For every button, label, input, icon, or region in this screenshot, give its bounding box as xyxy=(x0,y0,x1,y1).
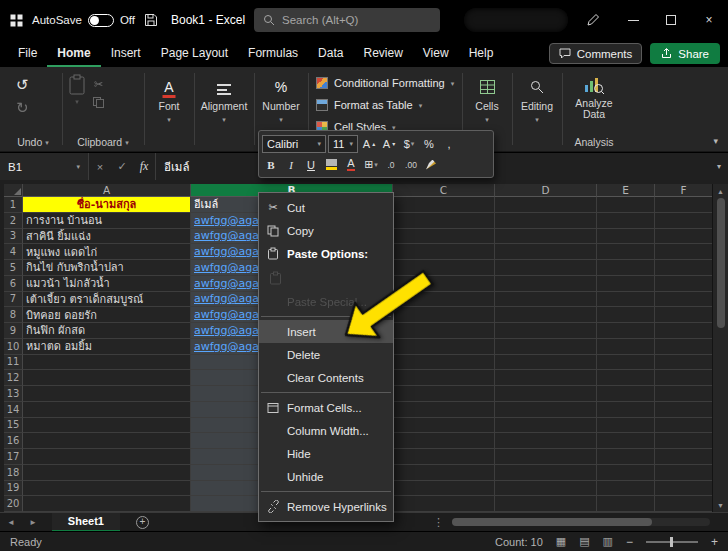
share-button[interactable]: Share xyxy=(650,43,720,64)
menu-tab-formulas[interactable]: Formulas xyxy=(238,40,308,67)
menu-tab-file[interactable]: File xyxy=(8,40,47,67)
cell-E20[interactable] xyxy=(597,496,655,512)
ribbon-collapse-chevron[interactable]: ▾ xyxy=(713,136,718,146)
cell-A5[interactable]: กินไข่ กับพริกน้ำปลา xyxy=(23,260,191,276)
editing-group-button[interactable]: Editing ▾ xyxy=(514,67,560,152)
font-group-button[interactable]: A Font ▾ xyxy=(146,67,192,152)
cell-E16[interactable] xyxy=(597,433,655,449)
cell-F16[interactable] xyxy=(655,433,712,449)
cell-E1[interactable] xyxy=(597,197,655,213)
row-header-5[interactable]: 5 xyxy=(4,260,23,276)
cell-F12[interactable] xyxy=(655,370,712,386)
cell-A7[interactable]: เต้าเจี้ยว ตราเด็กสมบูรณ์ xyxy=(23,292,191,308)
cell-D7[interactable] xyxy=(495,292,597,308)
cell-F17[interactable] xyxy=(655,449,712,465)
row-header-2[interactable]: 2 xyxy=(4,213,23,229)
cell-A6[interactable]: แมวน้า ไม่กลัวน้ำ xyxy=(23,276,191,292)
menu-tab-home[interactable]: Home xyxy=(47,40,100,67)
cell-F4[interactable] xyxy=(655,244,712,260)
cell-F3[interactable] xyxy=(655,229,712,245)
context-menu-item-copy[interactable]: Copy xyxy=(259,219,393,242)
menu-tab-data[interactable]: Data xyxy=(308,40,353,67)
cell-A12[interactable] xyxy=(23,370,191,386)
vertical-scrollbar-thumb[interactable] xyxy=(717,198,725,328)
menu-tab-view[interactable]: View xyxy=(413,40,459,67)
insert-function-icon[interactable]: fx xyxy=(133,153,155,180)
cell-D15[interactable] xyxy=(495,418,597,434)
scroll-down-icon[interactable]: ▼ xyxy=(717,498,724,512)
cell-D9[interactable] xyxy=(495,323,597,339)
context-menu-item-paste-button[interactable] xyxy=(259,265,393,290)
clipboard-group-label[interactable]: Clipboard▾ xyxy=(64,136,142,148)
sheet-tab-sheet1[interactable]: Sheet1 xyxy=(52,513,120,532)
cell-D20[interactable] xyxy=(495,496,597,512)
cell-D14[interactable] xyxy=(495,402,597,418)
alignment-group-button[interactable]: Alignment ▾ xyxy=(196,67,252,152)
font-color-icon[interactable]: A xyxy=(342,156,360,174)
cell-A8[interactable]: บิทคอย ดอยรัก xyxy=(23,307,191,323)
row-header-4[interactable]: 4 xyxy=(4,244,23,260)
vertical-scrollbar[interactable]: ▲ ▼ xyxy=(712,184,728,512)
cell-E11[interactable] xyxy=(597,355,655,371)
row-header-12[interactable]: 12 xyxy=(4,370,23,386)
cell-D12[interactable] xyxy=(495,370,597,386)
cell-A18[interactable] xyxy=(23,465,191,481)
cell-A11[interactable] xyxy=(23,355,191,371)
context-menu-item-column-width[interactable]: Column Width... xyxy=(259,419,393,442)
cell-D3[interactable] xyxy=(495,229,597,245)
cell-E3[interactable] xyxy=(597,229,655,245)
redo-icon[interactable]: ↻ xyxy=(16,99,29,116)
format-as-table-button[interactable]: Format as Table ▾ xyxy=(310,94,460,116)
context-menu-item-clear-contents[interactable]: Clear Contents xyxy=(259,366,393,389)
horizontal-scrollbar[interactable] xyxy=(452,518,710,526)
row-header-20[interactable]: 20 xyxy=(4,496,23,512)
comments-button[interactable]: Comments xyxy=(549,43,643,64)
cell-C16[interactable] xyxy=(393,433,495,449)
row-header-8[interactable]: 8 xyxy=(4,307,23,323)
scroll-up-icon[interactable]: ▲ xyxy=(717,184,724,198)
column-header-D[interactable]: D xyxy=(495,184,597,197)
font-size-select[interactable]: 11▾ xyxy=(328,135,358,153)
accounting-format-icon[interactable]: $▾ xyxy=(400,135,418,153)
column-header-A[interactable]: A xyxy=(23,184,191,197)
cell-E10[interactable] xyxy=(597,339,655,355)
cell-A3[interactable]: สาคินี ยิ้มแฉ่ง xyxy=(23,229,191,245)
close-button[interactable]: × xyxy=(690,0,728,40)
cell-D11[interactable] xyxy=(495,355,597,371)
cell-E13[interactable] xyxy=(597,386,655,402)
cell-D2[interactable] xyxy=(495,213,597,229)
context-menu-item-paste-options[interactable]: Paste Options: xyxy=(259,242,393,265)
row-header-9[interactable]: 9 xyxy=(4,323,23,339)
cell-C1[interactable] xyxy=(393,197,495,213)
column-header-E[interactable]: E xyxy=(597,184,655,197)
cell-D17[interactable] xyxy=(495,449,597,465)
copy-icon[interactable] xyxy=(93,97,104,108)
row-header-13[interactable]: 13 xyxy=(4,386,23,402)
cell-F14[interactable] xyxy=(655,402,712,418)
cell-F5[interactable] xyxy=(655,260,712,276)
cell-C14[interactable] xyxy=(393,402,495,418)
row-header-18[interactable]: 18 xyxy=(4,465,23,481)
cell-C15[interactable] xyxy=(393,418,495,434)
underline-icon[interactable]: U xyxy=(302,156,320,174)
cell-C2[interactable] xyxy=(393,213,495,229)
cell-E8[interactable] xyxy=(597,307,655,323)
zoom-out-button[interactable]: − xyxy=(626,535,633,549)
paste-button[interactable]: ▾ xyxy=(68,74,86,112)
cell-C19[interactable] xyxy=(393,481,495,497)
cell-E15[interactable] xyxy=(597,418,655,434)
context-menu-item-cut[interactable]: ✂Cut xyxy=(259,196,393,219)
horizontal-scrollbar-thumb[interactable] xyxy=(452,518,652,526)
menu-tab-help[interactable]: Help xyxy=(459,40,504,67)
cell-D6[interactable] xyxy=(495,276,597,292)
context-menu-item-unhide[interactable]: Unhide xyxy=(259,465,393,488)
row-header-10[interactable]: 10 xyxy=(4,339,23,355)
analyze-data-button[interactable]: Analyze Data Analysis xyxy=(566,67,622,152)
cell-E2[interactable] xyxy=(597,213,655,229)
cell-C20[interactable] xyxy=(393,496,495,512)
row-header-14[interactable]: 14 xyxy=(4,402,23,418)
decrease-font-size-icon[interactable]: A▾ xyxy=(380,135,398,153)
cell-C4[interactable] xyxy=(393,244,495,260)
cell-A16[interactable] xyxy=(23,433,191,449)
context-menu-item-remove-hyperlinks[interactable]: Remove Hyperlinks xyxy=(259,495,393,518)
